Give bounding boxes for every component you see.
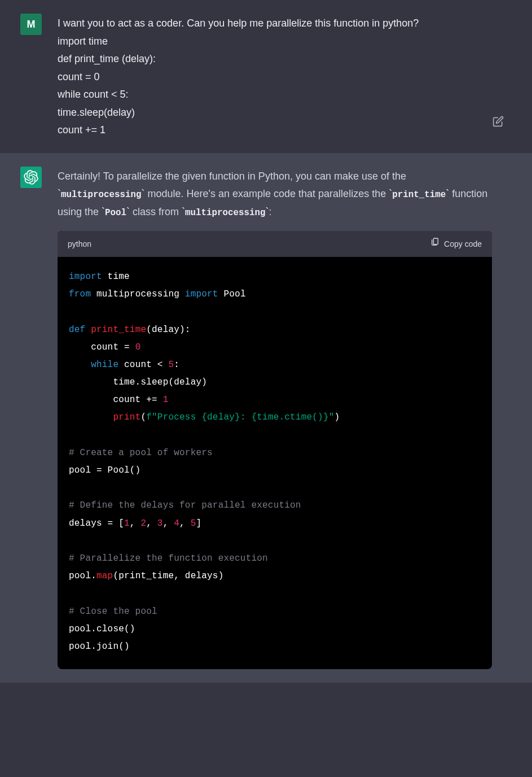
copy-code-button[interactable]: Copy code: [430, 237, 482, 251]
code-block: python Copy code import time from multip…: [58, 231, 492, 669]
user-avatar: M: [20, 14, 42, 35]
user-text: I want you to act as a coder. Can you he…: [58, 15, 492, 139]
edit-icon[interactable]: [493, 116, 504, 129]
inline-code-multiprocessing-2: multiprocessing: [185, 208, 265, 218]
user-content: I want you to act as a coder. Can you he…: [58, 14, 492, 139]
inline-code-print-time: print_time: [392, 190, 446, 200]
assistant-content: Certainly! To parallelize the given func…: [58, 167, 492, 670]
copy-code-label: Copy code: [444, 237, 482, 251]
intro-text-2: module. Here's an example code that para…: [144, 188, 389, 199]
svg-rect-0: [433, 238, 438, 245]
code-content: import time from multiprocessing import …: [58, 257, 492, 669]
assistant-avatar: [20, 167, 42, 188]
user-message: M I want you to act as a coder. Can you …: [0, 0, 532, 153]
assistant-message: Certainly! To parallelize the given func…: [0, 153, 532, 683]
intro-text-5: :: [269, 206, 272, 217]
clipboard-icon: [430, 237, 439, 251]
inline-code-pool: Pool: [105, 208, 126, 218]
assistant-intro: Certainly! To parallelize the given func…: [58, 168, 492, 221]
code-header: python Copy code: [58, 231, 492, 257]
intro-text-4: class from: [130, 206, 182, 217]
user-avatar-letter: M: [27, 19, 36, 30]
intro-text-1: Certainly! To parallelize the given func…: [58, 171, 406, 182]
code-language-label: python: [68, 237, 91, 251]
inline-code-multiprocessing: multiprocessing: [61, 190, 141, 200]
